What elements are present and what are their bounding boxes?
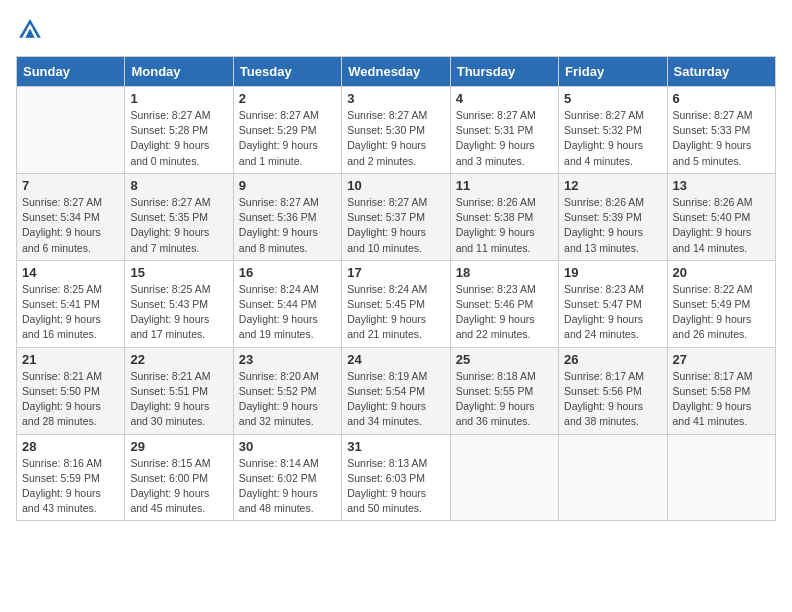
day-info: Sunrise: 8:24 AMSunset: 5:44 PMDaylight:… [239,282,336,343]
calendar-cell: 4Sunrise: 8:27 AMSunset: 5:31 PMDaylight… [450,87,558,174]
day-number: 22 [130,352,227,367]
weekday-header-friday: Friday [559,57,667,87]
day-number: 23 [239,352,336,367]
day-info: Sunrise: 8:26 AMSunset: 5:40 PMDaylight:… [673,195,770,256]
day-info: Sunrise: 8:20 AMSunset: 5:52 PMDaylight:… [239,369,336,430]
weekday-header-saturday: Saturday [667,57,775,87]
day-number: 2 [239,91,336,106]
day-number: 6 [673,91,770,106]
calendar-cell: 27Sunrise: 8:17 AMSunset: 5:58 PMDayligh… [667,347,775,434]
calendar-cell [450,434,558,521]
weekday-header-monday: Monday [125,57,233,87]
day-number: 7 [22,178,119,193]
day-info: Sunrise: 8:26 AMSunset: 5:39 PMDaylight:… [564,195,661,256]
day-number: 21 [22,352,119,367]
calendar-cell: 10Sunrise: 8:27 AMSunset: 5:37 PMDayligh… [342,173,450,260]
day-number: 20 [673,265,770,280]
day-number: 26 [564,352,661,367]
day-number: 25 [456,352,553,367]
calendar-cell: 31Sunrise: 8:13 AMSunset: 6:03 PMDayligh… [342,434,450,521]
day-info: Sunrise: 8:27 AMSunset: 5:36 PMDaylight:… [239,195,336,256]
calendar-cell: 25Sunrise: 8:18 AMSunset: 5:55 PMDayligh… [450,347,558,434]
calendar-week-row: 21Sunrise: 8:21 AMSunset: 5:50 PMDayligh… [17,347,776,434]
day-info: Sunrise: 8:27 AMSunset: 5:33 PMDaylight:… [673,108,770,169]
calendar-cell [17,87,125,174]
day-info: Sunrise: 8:27 AMSunset: 5:34 PMDaylight:… [22,195,119,256]
calendar-cell: 18Sunrise: 8:23 AMSunset: 5:46 PMDayligh… [450,260,558,347]
calendar-cell: 26Sunrise: 8:17 AMSunset: 5:56 PMDayligh… [559,347,667,434]
calendar-cell: 7Sunrise: 8:27 AMSunset: 5:34 PMDaylight… [17,173,125,260]
calendar-cell: 22Sunrise: 8:21 AMSunset: 5:51 PMDayligh… [125,347,233,434]
day-info: Sunrise: 8:21 AMSunset: 5:50 PMDaylight:… [22,369,119,430]
calendar-cell: 5Sunrise: 8:27 AMSunset: 5:32 PMDaylight… [559,87,667,174]
day-number: 30 [239,439,336,454]
day-number: 15 [130,265,227,280]
calendar-cell: 14Sunrise: 8:25 AMSunset: 5:41 PMDayligh… [17,260,125,347]
calendar-cell: 3Sunrise: 8:27 AMSunset: 5:30 PMDaylight… [342,87,450,174]
calendar-cell: 12Sunrise: 8:26 AMSunset: 5:39 PMDayligh… [559,173,667,260]
day-info: Sunrise: 8:23 AMSunset: 5:46 PMDaylight:… [456,282,553,343]
day-number: 12 [564,178,661,193]
day-info: Sunrise: 8:21 AMSunset: 5:51 PMDaylight:… [130,369,227,430]
calendar-cell: 9Sunrise: 8:27 AMSunset: 5:36 PMDaylight… [233,173,341,260]
calendar-cell: 30Sunrise: 8:14 AMSunset: 6:02 PMDayligh… [233,434,341,521]
day-info: Sunrise: 8:27 AMSunset: 5:32 PMDaylight:… [564,108,661,169]
day-info: Sunrise: 8:16 AMSunset: 5:59 PMDaylight:… [22,456,119,517]
day-number: 8 [130,178,227,193]
page-header [16,16,776,44]
day-info: Sunrise: 8:19 AMSunset: 5:54 PMDaylight:… [347,369,444,430]
day-number: 31 [347,439,444,454]
day-info: Sunrise: 8:27 AMSunset: 5:30 PMDaylight:… [347,108,444,169]
day-info: Sunrise: 8:17 AMSunset: 5:56 PMDaylight:… [564,369,661,430]
day-number: 27 [673,352,770,367]
day-number: 29 [130,439,227,454]
day-info: Sunrise: 8:26 AMSunset: 5:38 PMDaylight:… [456,195,553,256]
day-info: Sunrise: 8:14 AMSunset: 6:02 PMDaylight:… [239,456,336,517]
calendar-cell: 13Sunrise: 8:26 AMSunset: 5:40 PMDayligh… [667,173,775,260]
calendar-cell: 16Sunrise: 8:24 AMSunset: 5:44 PMDayligh… [233,260,341,347]
weekday-header-thursday: Thursday [450,57,558,87]
day-info: Sunrise: 8:27 AMSunset: 5:29 PMDaylight:… [239,108,336,169]
day-info: Sunrise: 8:23 AMSunset: 5:47 PMDaylight:… [564,282,661,343]
day-info: Sunrise: 8:27 AMSunset: 5:31 PMDaylight:… [456,108,553,169]
day-number: 16 [239,265,336,280]
calendar-cell [667,434,775,521]
weekday-header-sunday: Sunday [17,57,125,87]
day-info: Sunrise: 8:27 AMSunset: 5:37 PMDaylight:… [347,195,444,256]
calendar-cell: 21Sunrise: 8:21 AMSunset: 5:50 PMDayligh… [17,347,125,434]
calendar-cell [559,434,667,521]
logo [16,16,46,44]
day-number: 24 [347,352,444,367]
day-info: Sunrise: 8:18 AMSunset: 5:55 PMDaylight:… [456,369,553,430]
calendar-cell: 1Sunrise: 8:27 AMSunset: 5:28 PMDaylight… [125,87,233,174]
day-info: Sunrise: 8:17 AMSunset: 5:58 PMDaylight:… [673,369,770,430]
day-info: Sunrise: 8:25 AMSunset: 5:43 PMDaylight:… [130,282,227,343]
day-number: 5 [564,91,661,106]
day-info: Sunrise: 8:22 AMSunset: 5:49 PMDaylight:… [673,282,770,343]
day-number: 13 [673,178,770,193]
calendar-week-row: 14Sunrise: 8:25 AMSunset: 5:41 PMDayligh… [17,260,776,347]
calendar-cell: 6Sunrise: 8:27 AMSunset: 5:33 PMDaylight… [667,87,775,174]
calendar-cell: 28Sunrise: 8:16 AMSunset: 5:59 PMDayligh… [17,434,125,521]
calendar-week-row: 7Sunrise: 8:27 AMSunset: 5:34 PMDaylight… [17,173,776,260]
day-number: 10 [347,178,444,193]
day-info: Sunrise: 8:13 AMSunset: 6:03 PMDaylight:… [347,456,444,517]
day-number: 17 [347,265,444,280]
calendar-cell: 11Sunrise: 8:26 AMSunset: 5:38 PMDayligh… [450,173,558,260]
weekday-header-row: SundayMondayTuesdayWednesdayThursdayFrid… [17,57,776,87]
day-number: 14 [22,265,119,280]
calendar-cell: 29Sunrise: 8:15 AMSunset: 6:00 PMDayligh… [125,434,233,521]
calendar-cell: 19Sunrise: 8:23 AMSunset: 5:47 PMDayligh… [559,260,667,347]
day-info: Sunrise: 8:24 AMSunset: 5:45 PMDaylight:… [347,282,444,343]
day-info: Sunrise: 8:27 AMSunset: 5:28 PMDaylight:… [130,108,227,169]
weekday-header-tuesday: Tuesday [233,57,341,87]
calendar-table: SundayMondayTuesdayWednesdayThursdayFrid… [16,56,776,521]
day-info: Sunrise: 8:27 AMSunset: 5:35 PMDaylight:… [130,195,227,256]
calendar-cell: 23Sunrise: 8:20 AMSunset: 5:52 PMDayligh… [233,347,341,434]
calendar-cell: 24Sunrise: 8:19 AMSunset: 5:54 PMDayligh… [342,347,450,434]
weekday-header-wednesday: Wednesday [342,57,450,87]
day-number: 9 [239,178,336,193]
day-number: 3 [347,91,444,106]
calendar-cell: 17Sunrise: 8:24 AMSunset: 5:45 PMDayligh… [342,260,450,347]
calendar-cell: 8Sunrise: 8:27 AMSunset: 5:35 PMDaylight… [125,173,233,260]
